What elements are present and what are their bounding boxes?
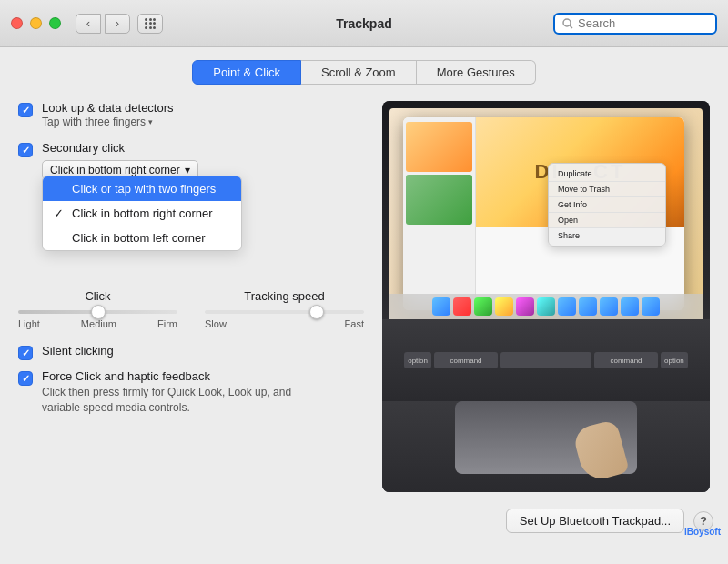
dock-icon-7 [558, 297, 576, 316]
click-slider-labels: Light Medium Firm [18, 318, 177, 329]
key-cmd-l: command [434, 352, 498, 368]
mac-preview-panel: DI CT Duplicate Move to Trash Get Info O… [382, 101, 710, 492]
ctx-item-2: Move to Trash [549, 182, 665, 197]
dropdown-arrow-icon: ▾ [185, 164, 190, 176]
dock-icon-4 [495, 297, 513, 316]
svg-line-1 [570, 25, 572, 28]
search-box[interactable] [553, 13, 717, 35]
maximize-button[interactable] [49, 17, 61, 29]
back-button[interactable]: ‹ [76, 14, 101, 34]
grid-icon [145, 18, 156, 29]
force-click-labels: Force Click and haptic feedback Click th… [42, 369, 297, 416]
lookup-dropdown-arrow[interactable]: ▾ [148, 117, 153, 126]
lookup-labels: Look up & data detectors Tap with three … [42, 101, 174, 128]
silent-clicking-checkbox[interactable] [18, 346, 33, 360]
dock-icon-3 [474, 297, 492, 316]
secondary-click-dropdown-menu: Click or tap with two fingers ✓ Click in… [42, 176, 242, 251]
dock-icon-11 [642, 297, 660, 316]
dropdown-option-bottom-right[interactable]: ✓ Click in bottom right corner [43, 201, 241, 226]
window-title: Trackpad [336, 16, 391, 31]
secondary-click-inner: Secondary click Click in bottom right co… [42, 141, 364, 180]
ctx-item-3: Get Info [549, 197, 665, 213]
tab-scroll-zoom[interactable]: Scroll & Zoom [301, 60, 417, 85]
check-icon: ✓ [54, 206, 66, 220]
trackpad-container [382, 401, 710, 492]
fake-app-window: DI CT Duplicate Move to Trash Get Info O… [403, 117, 684, 310]
ctx-item-1: Duplicate [549, 166, 665, 182]
lookup-sublabel: Tap with three fingers ▾ [42, 116, 174, 128]
grid-button[interactable] [137, 14, 163, 34]
tracking-slider-group: Tracking speed Slow Fast [205, 289, 364, 329]
close-button[interactable] [11, 17, 23, 29]
keyboard-area: option command command option [382, 319, 710, 401]
tab-more-gestures[interactable]: More Gestures [417, 60, 536, 85]
dock-icon-8 [579, 297, 597, 316]
dock-icon-1 [432, 297, 450, 316]
context-menu: Duplicate Move to Trash Get Info Open Sh… [548, 163, 666, 247]
mac-screen: DI CT Duplicate Move to Trash Get Info O… [389, 108, 703, 319]
click-slider-group: Click Light Medium Firm [18, 289, 177, 329]
sidebar-thumb-1 [406, 122, 472, 172]
dropdown-option-bottom-left[interactable]: Click in bottom left corner [43, 226, 241, 250]
tracking-slider-label: Tracking speed [205, 289, 364, 303]
key-opt-l: option [404, 352, 431, 368]
ctx-item-4: Open [549, 213, 665, 228]
force-click-checkbox[interactable] [18, 371, 33, 386]
search-icon [562, 18, 573, 29]
watermark: iBoysoft [684, 527, 721, 537]
tracking-slider-track[interactable] [205, 310, 364, 314]
sidebar-thumb-2 [406, 175, 472, 225]
dock-icon-9 [600, 297, 618, 316]
click-slider-track[interactable] [18, 310, 177, 314]
search-input[interactable] [578, 16, 708, 30]
left-panel: Look up & data detectors Tap with three … [18, 101, 364, 492]
dock-icon-10 [621, 297, 639, 316]
secondary-click-label: Secondary click [42, 141, 125, 155]
key-cmd-r: command [594, 352, 658, 368]
svg-point-0 [563, 19, 571, 26]
key-space [500, 352, 592, 368]
traffic-lights [11, 17, 61, 29]
setup-bluetooth-button[interactable]: Set Up Bluetooth Trackpad... [506, 509, 684, 533]
dock [389, 294, 703, 319]
key-opt-r: option [661, 352, 688, 368]
content-area: Look up & data detectors Tap with three … [0, 94, 728, 501]
force-click-label: Force Click and haptic feedback [42, 369, 297, 383]
titlebar: ‹ › Trackpad [0, 0, 728, 47]
click-slider-label: Click [18, 289, 177, 303]
lookup-label: Look up & data detectors [42, 101, 174, 115]
app-main: DI CT Duplicate Move to Trash Get Info O… [476, 117, 684, 310]
ctx-item-5: Share [549, 228, 665, 243]
bottom-bar: Set Up Bluetooth Trackpad... ? iBoysoft [0, 501, 728, 540]
sliders-section: Click Light Medium Firm Tracking speed S… [18, 289, 364, 329]
secondary-click-checkbox[interactable] [18, 143, 33, 157]
force-click-row: Force Click and haptic feedback Click th… [18, 369, 364, 416]
dock-icon-6 [537, 297, 555, 316]
tab-point-click[interactable]: Point & Click [192, 60, 301, 85]
tabs-bar: Point & Click Scroll & Zoom More Gesture… [0, 47, 728, 94]
click-slider-thumb[interactable] [91, 305, 106, 319]
trackpad [455, 401, 637, 474]
lookup-checkbox[interactable] [18, 103, 33, 117]
tracking-slider-thumb[interactable] [309, 305, 324, 319]
secondary-click-container: Secondary click Click in bottom right co… [18, 141, 364, 180]
dock-icon-2 [453, 297, 471, 316]
silent-clicking-row: Silent clicking [18, 344, 364, 360]
app-sidebar [403, 117, 476, 310]
secondary-click-row: Secondary click Click in bottom right co… [18, 141, 364, 180]
dock-icon-5 [516, 297, 534, 316]
bottom-settings: Silent clicking Force Click and haptic f… [18, 344, 364, 416]
minimize-button[interactable] [30, 17, 42, 29]
dropdown-option-two-fingers[interactable]: Click or tap with two fingers [43, 176, 241, 201]
nav-buttons: ‹ › [76, 14, 130, 34]
dropdown-value: Click in bottom right corner [50, 164, 180, 176]
forward-button[interactable]: › [105, 14, 130, 34]
force-click-description: Click then press firmly for Quick Look, … [42, 385, 297, 416]
hand-icon [571, 419, 630, 484]
silent-clicking-label: Silent clicking [42, 344, 114, 358]
keyboard-row-1: option command command option [404, 352, 688, 368]
mac-preview: DI CT Duplicate Move to Trash Get Info O… [382, 101, 710, 492]
tracking-slider-labels: Slow Fast [205, 318, 364, 329]
lookup-setting: Look up & data detectors Tap with three … [18, 101, 364, 128]
